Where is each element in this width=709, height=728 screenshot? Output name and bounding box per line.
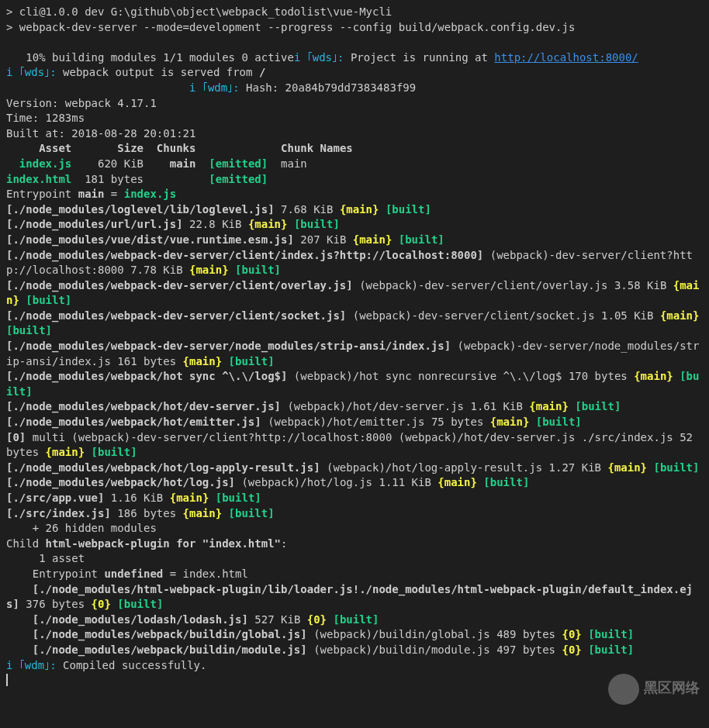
module-chunk: {main} (340, 203, 379, 216)
module-path: [./node_modules/webpack/hot/log-apply-re… (6, 461, 320, 474)
entrypoint-label: Entrypoint (6, 188, 78, 200)
module-chunk: {main} (183, 507, 223, 519)
module-size: 527 KiB (248, 613, 307, 626)
module-size: 376 bytes (19, 598, 92, 610)
built-tag: [built] (647, 461, 699, 474)
child-prefix: Child (6, 537, 46, 550)
chunk-names: main (268, 157, 307, 170)
built-tag: [built] (392, 233, 444, 246)
module-desc: (webpack)/buildin/global.js (307, 628, 490, 640)
built-at-line: Built at: 2018-08-28 20:01:21 (6, 126, 703, 142)
module-size: 75 bytes (424, 416, 489, 428)
module-path: [./src/index.js] (6, 507, 111, 519)
wds-served: webpack output is served from (57, 66, 259, 78)
child-colon: : (281, 537, 287, 550)
module-chunk: {main} (183, 355, 223, 367)
built-tag: [built] (529, 416, 581, 428)
module-path: [./node_modules/webpack/hot sync ^\.\/lo… (6, 370, 287, 382)
module-path: [./node_modules/webpack-dev-server/clien… (6, 309, 346, 322)
wds-tag: ｢wds｣: (300, 51, 344, 64)
built-tag: [built] (327, 613, 379, 626)
asset-chunks: main (170, 157, 209, 170)
module-path: [0] (6, 431, 26, 443)
module-chunk: {main} (46, 446, 85, 458)
progress-text: 10% building modules 1/1 modules 0 activ… (6, 51, 294, 64)
wdm-tag: ｢wdm｣: (195, 81, 239, 94)
module-size: 186 bytes (111, 507, 183, 519)
wdm-tag: ｢wdm｣: (12, 659, 56, 671)
entry-name: main (78, 188, 105, 200)
module-size: 22.8 KiB (183, 218, 248, 230)
module-desc: (webpack)/hot/log.js (235, 476, 372, 488)
hidden-modules: + 26 hidden modules (6, 521, 703, 537)
built-tag: [built] (19, 294, 71, 306)
wds-running: Project is running at (344, 51, 494, 64)
module-chunk: {0} (307, 613, 327, 626)
emitted-tag: [emitted] (209, 157, 268, 170)
module-size: 7.68 KiB (275, 203, 340, 216)
module-desc: (webpack)/buildin/module.js (307, 643, 490, 656)
module-path: [./node_modules/webpack-dev-server/clien… (6, 279, 353, 292)
module-size: 497 bytes (490, 643, 562, 656)
module-chunk: {main} (634, 370, 673, 382)
module-path: [./node_modules/vue/dist/vue.runtime.esm… (6, 233, 294, 246)
asset-size: 620 KiB (71, 157, 169, 170)
module-path: [./node_modules/webpack/buildin/module.j… (6, 643, 307, 656)
module-path: [./src/app.vue] (6, 492, 104, 504)
module-chunk: {0} (92, 598, 111, 610)
module-size: 1.27 KiB (542, 461, 607, 474)
built-tag: [built] (111, 598, 163, 610)
built-tag: [built] (229, 264, 281, 276)
child-entry-rest: = index.html (163, 568, 248, 580)
version-line: Version: webpack 4.17.1 (6, 96, 703, 112)
module-chunk: {main} (607, 461, 647, 474)
asset-header: Asset Size Chunks Chunk Names (6, 141, 703, 157)
child-name: html-webpack-plugin for "index.html" (46, 537, 281, 550)
module-chunk: {main} (353, 233, 393, 246)
module-desc: (webpack)-dev-server/client/socket.js (346, 309, 594, 322)
module-path: [./node_modules/webpack-dev-server/clien… (6, 249, 483, 261)
module-desc: multi (webpack)-dev-server/client?http:/… (26, 431, 673, 443)
module-size: 1.16 KiB (104, 492, 169, 504)
built-tag: [built] (582, 643, 634, 656)
module-path: [./node_modules/webpack-dev-server/node_… (6, 340, 451, 352)
module-size: 161 bytes (111, 355, 183, 367)
emitted-tag: [emitted] (209, 173, 268, 185)
module-path: [./node_modules/webpack/hot/log.js] (6, 476, 235, 488)
module-desc: (webpack)/hot/dev-server.js (281, 400, 464, 412)
module-size: 489 bytes (490, 628, 562, 640)
built-tag: [built] (477, 476, 529, 488)
module-chunk: {main} (248, 218, 288, 230)
time-line: Time: 1283ms (6, 111, 703, 126)
module-size: 1.61 KiB (464, 400, 529, 412)
built-tag: [built] (85, 446, 137, 458)
server-url-link[interactable]: http://localhost:8000/ (494, 51, 638, 64)
module-path: [./node_modules/url/url.js] (6, 218, 183, 230)
wds-tag: ｢wds｣: (12, 66, 56, 78)
served-path: / (259, 66, 265, 78)
child-asset-count: 1 asset (6, 551, 703, 567)
module-desc: (webpack)/hot/emitter.js (261, 416, 425, 428)
command-text: webpack-dev-server --mode=development --… (12, 21, 575, 33)
built-tag: [built] (209, 492, 261, 504)
module-chunk: {main} (529, 400, 569, 412)
module-chunk: {main} (438, 476, 477, 488)
module-chunk: {main} (660, 309, 700, 322)
hash: Hash: 20a84b79dd7383483f99 (240, 81, 417, 94)
terminal-output[interactable]: > cli@1.0.0 dev G:\github\object\webpack… (6, 5, 703, 688)
module-size: 1.05 KiB (595, 309, 660, 322)
built-tag: [built] (569, 400, 621, 412)
entry-eq: = (104, 188, 123, 200)
module-path: [./node_modules/webpack/buildin/global.j… (6, 628, 307, 640)
cursor (6, 674, 8, 686)
module-chunk: {main} (170, 492, 209, 504)
asset-name: index.js (6, 157, 71, 170)
asset-name: index.html (6, 173, 71, 185)
module-size: 7.78 KiB (124, 264, 189, 276)
module-desc: (webpack)/hot sync nonrecursive ^\.\/log… (287, 370, 562, 382)
built-tag: [built] (582, 628, 634, 640)
module-size: 170 bytes (562, 370, 634, 382)
module-size: 1.11 KiB (372, 476, 438, 488)
module-desc: (webpack)-dev-server/client/overlay.js (353, 279, 608, 292)
built-tag: [built] (287, 218, 339, 230)
